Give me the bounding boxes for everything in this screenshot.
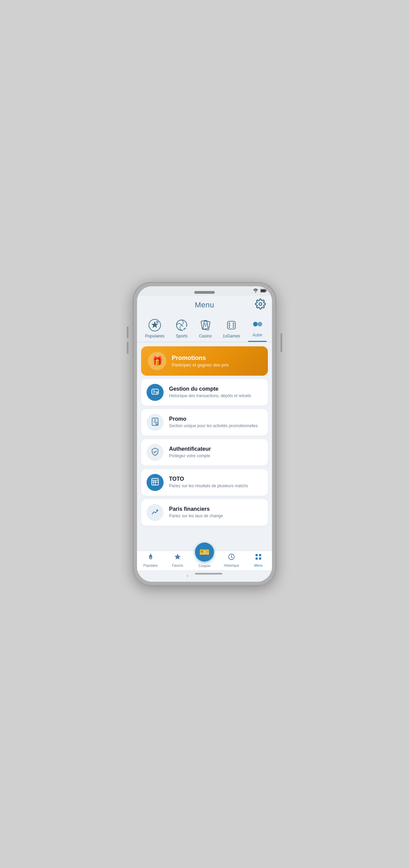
- gesture-bar-area: ‹: [137, 570, 272, 582]
- nav-populaire[interactable]: Populaire: [137, 553, 164, 567]
- settings-button[interactable]: [255, 299, 266, 309]
- page-title: Menu: [195, 301, 214, 309]
- svg-point-8: [157, 322, 158, 322]
- vol-down-button: [127, 342, 128, 354]
- tab-casino[interactable]: Casino: [196, 319, 215, 342]
- auth-icon: [151, 447, 160, 458]
- promo-title: Promo: [169, 416, 262, 422]
- svg-point-17: [233, 322, 234, 324]
- svg-rect-29: [256, 554, 258, 556]
- svg-point-23: [258, 322, 262, 326]
- gestion-title: Gestion du compte: [169, 386, 262, 392]
- power-button: [281, 333, 282, 352]
- nav-historique-label: Historique: [224, 564, 239, 567]
- promo-subtitle: Section unique pour les activités promot…: [169, 423, 262, 429]
- back-arrow-icon: ‹: [187, 573, 188, 578]
- svg-point-0: [255, 292, 256, 293]
- populaires-icon: [148, 319, 161, 332]
- promo-icon: [151, 417, 160, 428]
- svg-point-10: [182, 326, 187, 331]
- paris-icon: [151, 507, 160, 518]
- phone-frame: Menu: [133, 282, 276, 586]
- svg-point-20: [229, 324, 230, 326]
- auth-title: Authentificateur: [169, 446, 262, 452]
- nav-historique[interactable]: Historique: [218, 553, 245, 567]
- casino-icon: [199, 319, 212, 332]
- star-icon: [174, 553, 181, 563]
- svg-rect-15: [227, 321, 235, 329]
- fire-icon: [147, 553, 154, 563]
- bottom-nav: Populaire Favoris 🎫 Coupon: [137, 551, 272, 570]
- app-content: Menu: [137, 296, 272, 582]
- battery-icon: [260, 289, 267, 294]
- toto-text: TOTO Pariez sur les résultats de plusieu…: [169, 476, 262, 489]
- grid-icon: [255, 553, 262, 563]
- tab-1xgames-label: 1xGames: [223, 334, 240, 338]
- paris-subtitle: Pariez sur les taux de change: [169, 513, 262, 519]
- svg-rect-3: [261, 289, 265, 292]
- promotions-icon: 🎁: [152, 356, 163, 366]
- tab-autre[interactable]: Autre: [248, 318, 267, 342]
- promotions-subtitle: Participez et gagnez des prix: [172, 362, 229, 367]
- svg-point-11: [184, 329, 185, 330]
- autre-icon: [251, 318, 264, 331]
- nav-populaire-label: Populaire: [143, 564, 157, 567]
- promotions-text: Promotions Participez et gagnez des prix: [172, 355, 229, 367]
- promo-card[interactable]: Promo Section unique pour les activités …: [141, 409, 268, 436]
- promo-text: Promo Section unique pour les activités …: [169, 416, 262, 429]
- auth-subtitle: Protégez votre compte: [169, 453, 262, 459]
- tab-populaires-label: Populaires: [145, 334, 165, 338]
- sports-icon: [175, 319, 188, 332]
- svg-rect-32: [259, 558, 261, 560]
- auth-card[interactable]: Authentificateur Protégez votre compte: [141, 439, 268, 466]
- nav-menu[interactable]: Menu: [245, 553, 272, 567]
- svg-point-18: [229, 327, 230, 328]
- svg-point-16: [229, 322, 230, 324]
- menu-list: 🎁 Promotions Participez et gagnez des pr…: [137, 342, 272, 551]
- home-gesture-bar: [195, 573, 222, 575]
- toto-card[interactable]: TOTO Pariez sur les résultats de plusieu…: [141, 469, 268, 496]
- nav-favoris[interactable]: Favoris: [164, 553, 191, 567]
- paris-title: Paris financiers: [169, 506, 262, 512]
- clock-icon: [228, 553, 235, 563]
- gestion-compte-card[interactable]: Gestion du compte Historique des transac…: [141, 379, 268, 406]
- header: Menu: [137, 296, 272, 312]
- auth-icon-wrap: [147, 444, 164, 461]
- tab-1xgames[interactable]: 1xGames: [220, 319, 243, 342]
- svg-rect-30: [259, 554, 261, 556]
- svg-point-21: [233, 324, 234, 326]
- toto-title: TOTO: [169, 476, 262, 482]
- tabs-row: Populaires: [137, 318, 272, 342]
- promotions-card[interactable]: 🎁 Promotions Participez et gagnez des pr…: [141, 346, 268, 376]
- svg-point-25: [156, 392, 157, 393]
- vol-up-button: [127, 327, 128, 338]
- paris-financiers-card[interactable]: Paris financiers Pariez sur les taux de …: [141, 499, 268, 526]
- tab-sports[interactable]: Sports: [172, 319, 191, 342]
- paris-text: Paris financiers Pariez sur les taux de …: [169, 506, 262, 519]
- gestion-icon: [151, 387, 160, 397]
- nav-menu-label: Menu: [254, 564, 263, 567]
- svg-rect-31: [256, 558, 258, 560]
- category-tabs: Populaires: [137, 312, 272, 342]
- svg-point-19: [233, 327, 234, 328]
- wifi-icon: [253, 288, 258, 294]
- auth-text: Authentificateur Protégez votre compte: [169, 446, 262, 459]
- ticket-icon: 🎫: [199, 547, 210, 557]
- svg-rect-2: [266, 290, 267, 291]
- toto-subtitle: Pariez sur les résultats de plusieurs ma…: [169, 483, 262, 489]
- svg-point-4: [259, 303, 262, 305]
- tab-sports-label: Sports: [176, 334, 188, 338]
- gestion-text: Gestion du compte Historique des transac…: [169, 386, 262, 399]
- gestion-icon-wrap: [147, 384, 164, 401]
- nav-favoris-label: Favoris: [172, 564, 183, 567]
- nav-coupon-label: Coupon: [198, 564, 210, 568]
- toto-icon: [151, 477, 160, 488]
- 1xgames-icon: [225, 319, 238, 332]
- paris-icon-wrap: [147, 504, 164, 521]
- svg-rect-27: [152, 478, 158, 485]
- gestion-subtitle: Historique des transactions, dépôts et r…: [169, 393, 262, 399]
- coupon-fab-button[interactable]: 🎫: [195, 542, 214, 562]
- promo-icon-wrap: [147, 414, 164, 431]
- tab-populaires[interactable]: Populaires: [142, 319, 167, 342]
- svg-point-14: [205, 325, 206, 327]
